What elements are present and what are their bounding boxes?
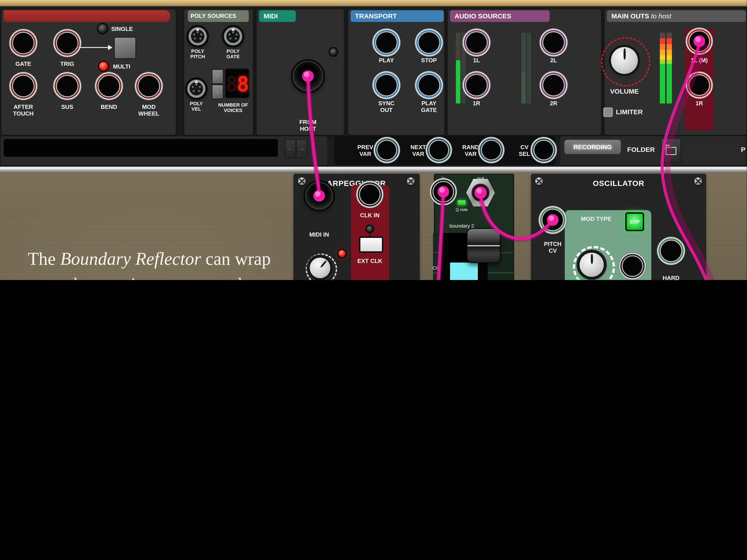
din-icon bbox=[187, 79, 206, 98]
trig-to-button-arrow bbox=[79, 47, 108, 48]
audio-sources-header: AUDIO SOURCES bbox=[450, 10, 549, 22]
wood-top-strip bbox=[0, 0, 747, 6]
volume-knob[interactable] bbox=[611, 47, 638, 74]
gate-jack[interactable] bbox=[12, 32, 34, 54]
audio-2l-label: 2L bbox=[550, 57, 557, 64]
audio-2r-label: 2R bbox=[550, 100, 557, 107]
pt-left-scale-0: C6 bbox=[433, 265, 439, 271]
mod-wheel-label: MOD WHEEL bbox=[135, 104, 162, 117]
single-multi-button[interactable] bbox=[114, 37, 136, 59]
poly-sources-title: POLY SOURCES bbox=[190, 12, 236, 19]
arp-ext-clk-toggle[interactable] bbox=[359, 237, 383, 253]
rand-var-jack[interactable] bbox=[481, 140, 501, 160]
audio-sources-title: AUDIO SOURCES bbox=[455, 12, 511, 20]
trig-label: TRIG bbox=[60, 61, 74, 68]
pt-boundary2-label: boundary 2 bbox=[449, 223, 474, 229]
midi-title: MIDI bbox=[263, 12, 278, 20]
prev-var-label: PREV VAR bbox=[355, 144, 376, 157]
stop-label: STOP bbox=[421, 57, 437, 64]
folder-button[interactable] bbox=[661, 138, 681, 163]
poly-pitch-label: POLY PITCH bbox=[188, 48, 208, 59]
limiter-checkbox[interactable] bbox=[603, 108, 613, 117]
voltage-modular-screen: GATE TRIG SINGLE MULTI AFTER TOUCH SUS B… bbox=[0, 0, 747, 280]
screw bbox=[535, 178, 543, 185]
arp-midi-in-jack[interactable] bbox=[305, 182, 333, 210]
poly-gate-din[interactable] bbox=[224, 27, 242, 46]
sus-jack[interactable] bbox=[56, 75, 78, 97]
next-var-jack[interactable] bbox=[429, 140, 449, 160]
voices-display: 8 8 bbox=[225, 68, 250, 99]
cv-sel-jack[interactable] bbox=[534, 140, 554, 160]
pt-q-note-led[interactable] bbox=[457, 200, 466, 206]
osc-freq-mod-jack[interactable] bbox=[622, 256, 643, 277]
mod-wheel-jack[interactable] bbox=[137, 75, 160, 97]
osc-freq-mod-knob[interactable] bbox=[579, 253, 604, 277]
next-var-label: NEXT VAR bbox=[408, 144, 429, 157]
patch-prev-button[interactable]: ← bbox=[285, 139, 296, 159]
osc-exp-button[interactable]: EXP bbox=[625, 212, 644, 231]
pt-left-scale-col bbox=[433, 233, 440, 280]
patch-next-button[interactable]: → bbox=[296, 139, 308, 159]
meter-2-left bbox=[521, 33, 526, 104]
meter-2-right bbox=[527, 33, 531, 104]
pt-boundary1-fader[interactable] bbox=[467, 228, 501, 263]
poly-gate-label: POLY GATE bbox=[223, 48, 243, 59]
from-host-jack[interactable] bbox=[293, 61, 323, 91]
voices-down-button[interactable]: ↓ bbox=[212, 84, 224, 100]
aftertouch-label: AFTER TOUCH bbox=[9, 104, 37, 117]
play-gate-jack[interactable] bbox=[418, 74, 440, 96]
multi-label: MULTI bbox=[113, 63, 130, 70]
meter-1-left bbox=[456, 33, 460, 104]
arp-rate-knob[interactable] bbox=[310, 258, 330, 278]
osc-exp-label: EXP bbox=[630, 219, 640, 224]
recording-label: RECORDING bbox=[573, 143, 612, 151]
audio-1r-jack[interactable] bbox=[465, 74, 488, 96]
poly-sources-header: POLY SOURCES bbox=[188, 10, 249, 22]
osc-pitch-cv-label: PITCH CV bbox=[542, 241, 563, 254]
aftertouch-jack[interactable] bbox=[12, 75, 34, 97]
osc-pitch-cv-jack[interactable] bbox=[541, 209, 564, 231]
sync-out-label: SYNC OUT bbox=[375, 100, 397, 113]
from-host-label: FROM HOST bbox=[293, 119, 322, 132]
stop-jack[interactable] bbox=[418, 31, 440, 54]
voices-up-button[interactable]: ↑ bbox=[212, 69, 224, 84]
prev-var-jack[interactable] bbox=[377, 140, 397, 160]
play-jack[interactable] bbox=[375, 31, 397, 54]
trig-jack[interactable] bbox=[56, 32, 78, 54]
voices-value: 8 bbox=[237, 72, 249, 96]
audio-2r-jack[interactable] bbox=[542, 74, 565, 96]
din-icon bbox=[224, 27, 242, 46]
single-led bbox=[98, 24, 107, 33]
arp-ext-clk-stem bbox=[369, 232, 370, 237]
sus-label: SUS bbox=[61, 104, 73, 110]
main-outs-title: MAIN OUTS bbox=[611, 12, 649, 20]
osc-hard-sync-jack[interactable] bbox=[660, 240, 682, 262]
audio-1l-jack[interactable] bbox=[465, 31, 488, 54]
single-label: SINGLE bbox=[111, 26, 133, 32]
osc-mod-type-label: MOD TYPE bbox=[581, 216, 611, 222]
note-heading-em: Boundary Reflector bbox=[60, 249, 201, 269]
pt-left-track[interactable] bbox=[440, 233, 448, 280]
bend-jack[interactable] bbox=[98, 75, 120, 97]
red-header-bar bbox=[4, 10, 170, 22]
transport-header: TRANSPORT bbox=[351, 10, 444, 22]
poly-vel-label: POLY VEL bbox=[186, 101, 206, 112]
poly-vel-din[interactable] bbox=[187, 79, 206, 98]
pt-in-jack[interactable] bbox=[433, 181, 454, 203]
main-outs-header: MAIN OUTS to host bbox=[607, 10, 746, 22]
main-outs-subtitle: to host bbox=[651, 12, 671, 20]
midi-header: MIDI bbox=[259, 10, 296, 22]
sync-out-jack[interactable] bbox=[375, 74, 397, 96]
voices-ghost-digit: 8 bbox=[226, 72, 238, 96]
main-out-1l-jack[interactable] bbox=[689, 30, 710, 52]
midi-led bbox=[330, 48, 337, 56]
audio-2l-jack[interactable] bbox=[542, 31, 565, 54]
arp-ext-clk-led bbox=[367, 226, 373, 232]
poly-pitch-din[interactable] bbox=[188, 27, 207, 46]
arp-clk-in-jack[interactable] bbox=[359, 184, 381, 205]
osc-hard-sync-label: HARD SYNC bbox=[661, 275, 681, 280]
transport-title: TRANSPORT bbox=[355, 12, 397, 20]
main-out-1r-jack[interactable] bbox=[689, 74, 710, 96]
transport-module bbox=[348, 9, 445, 135]
note-heading-pre: The bbox=[28, 249, 60, 269]
